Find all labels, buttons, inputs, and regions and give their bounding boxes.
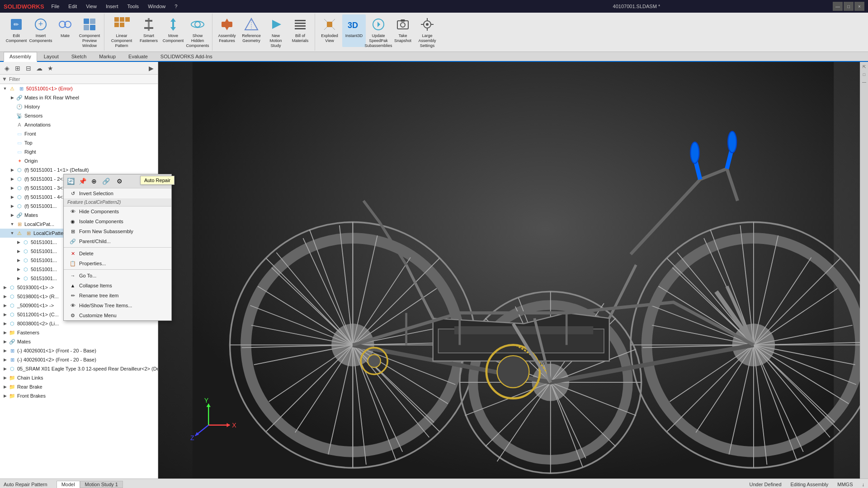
menu-insert[interactable]: Insert xyxy=(102,3,122,10)
ctx-hide-components[interactable]: 👁 Hide Components xyxy=(64,206,171,216)
new-motion-study-button[interactable]: New MotionStudy xyxy=(264,14,288,50)
close-button[interactable]: × xyxy=(854,2,864,11)
menu-window[interactable]: Window xyxy=(144,3,169,10)
menu-view[interactable]: View xyxy=(82,3,100,10)
ctx-tool-rotate[interactable]: 🔄 xyxy=(65,176,76,187)
tree-item-comp8[interactable]: ▶ ⬡ 05_SRAM X01 Eagle Type 3.0 12-speed … xyxy=(0,364,158,373)
menu-tools[interactable]: Tools xyxy=(123,3,142,10)
tree-collapse-button[interactable]: ▶ xyxy=(146,63,156,73)
expand-part2[interactable]: ▶ xyxy=(9,175,15,183)
menu-help[interactable]: ? xyxy=(171,3,181,10)
minimize-button[interactable]: — xyxy=(833,2,843,11)
smart-fasteners-button[interactable]: SmartFasteners xyxy=(137,14,160,47)
ctx-properties[interactable]: 📋 Properties... xyxy=(64,258,171,268)
move-component-button[interactable]: MoveComponent xyxy=(161,14,185,47)
update-speedpak-button[interactable]: UpdateSpeedPakSubassemblies xyxy=(367,14,390,50)
expand-comp6[interactable]: ▶ xyxy=(2,347,8,355)
status-tab-model[interactable]: Model xyxy=(57,481,80,488)
tree-item-mates-rx[interactable]: ▶ 🔗 Mates in RX Rear Wheel xyxy=(0,93,158,102)
tree-tool-4[interactable]: ☁ xyxy=(34,63,44,73)
expand-part3[interactable]: ▶ xyxy=(9,184,15,192)
reference-geometry-button[interactable]: ReferenceGeometry xyxy=(240,14,263,47)
menu-edit[interactable]: Edit xyxy=(65,3,80,10)
expand-mates2[interactable]: ▶ xyxy=(2,338,8,346)
tree-item-rear-brake[interactable]: ▶ 📁 Rear Brake xyxy=(0,382,158,391)
ctx-tool-pin[interactable]: 📌 xyxy=(77,176,88,187)
tree-tool-2[interactable]: ⊞ xyxy=(13,63,23,73)
component-preview-button[interactable]: ComponentPreviewWindow xyxy=(78,14,101,50)
tab-markup[interactable]: Markup xyxy=(93,52,122,61)
expand-sub4[interactable]: ▶ xyxy=(15,265,22,273)
expand-rear-brake[interactable]: ▶ xyxy=(2,383,8,391)
expand-mates[interactable]: ▶ xyxy=(9,211,15,219)
tab-sketch[interactable]: Sketch xyxy=(66,52,93,61)
assembly-features-button[interactable]: AssemblyFeatures xyxy=(215,14,239,47)
tree-item-history[interactable]: 🕐 History xyxy=(0,102,158,111)
ctx-isolate-components[interactable]: ◉ Isolate Components xyxy=(64,216,171,226)
tree-tool-5[interactable]: ★ xyxy=(45,63,55,73)
tree-item-chain-links[interactable]: ▶ 📁 Chain Links xyxy=(0,373,158,382)
expand-comp8[interactable]: ▶ xyxy=(2,365,8,373)
exploded-view-button[interactable]: ExplodedView xyxy=(318,14,341,47)
arrow-status[interactable]: ↓ xyxy=(862,482,865,487)
edit-component-button[interactable]: ✏ EditComponent xyxy=(5,14,28,47)
tree-item-comp6[interactable]: ▶ ⊞ (-) 40026001<1> (Front - 20 - Base) xyxy=(0,346,158,355)
expand-sub1[interactable]: ▶ xyxy=(15,238,22,246)
ctx-tool-extra[interactable]: ⚙ xyxy=(114,176,125,187)
expand-mates-rx[interactable]: ▶ xyxy=(9,94,15,102)
show-hidden-components-button[interactable]: ShowHiddenComponents xyxy=(186,14,209,50)
vp-restore-button[interactable]: □ xyxy=(861,71,868,78)
tree-item-sensors[interactable]: 📡 Sensors xyxy=(0,111,158,120)
tab-evaluate[interactable]: Evaluate xyxy=(123,52,154,61)
maximize-button[interactable]: □ xyxy=(844,2,854,11)
expand-sub2[interactable]: ▶ xyxy=(15,247,22,255)
expand-comp4[interactable]: ▶ xyxy=(2,310,8,319)
tab-assembly[interactable]: Assembly xyxy=(4,52,37,62)
expand-comp7[interactable]: ▶ xyxy=(2,356,8,364)
status-tab-motion-study[interactable]: Motion Study 1 xyxy=(80,481,123,488)
tree-item-root[interactable]: ▼ ⚠ ⊞ 50151001<1> (Error) xyxy=(0,84,158,93)
vp-hide-button[interactable]: — xyxy=(861,79,868,85)
tree-item-fasteners[interactable]: ▶ 📁 Fasteners xyxy=(0,328,158,337)
bill-of-materials-button[interactable]: Bill ofMaterials xyxy=(288,14,312,47)
vp-expand-button[interactable]: ⇱ xyxy=(861,64,868,70)
tree-item-origin[interactable]: ✦ Origin xyxy=(0,156,158,165)
ctx-parent-child[interactable]: 🔗 Parent/Child... xyxy=(64,236,171,246)
ctx-hide-show-tree[interactable]: 👁 Hide/Show Tree Items... xyxy=(64,300,171,310)
expand-comp1[interactable]: ▶ xyxy=(2,283,8,291)
ctx-delete[interactable]: ✕ Delete xyxy=(64,249,171,258)
tree-item-top[interactable]: ▭ Top xyxy=(0,138,158,147)
expand-part1[interactable]: ▶ xyxy=(9,166,15,174)
expand-comp5[interactable]: ▶ xyxy=(2,319,8,328)
tree-item-mates2[interactable]: ▶ 🔗 Mates xyxy=(0,337,158,346)
tree-tool-3[interactable]: ⊟ xyxy=(24,63,33,73)
tab-layout[interactable]: Layout xyxy=(38,52,65,61)
ctx-rename-tree-item[interactable]: ✏ Rename tree item xyxy=(64,291,171,300)
tree-item-comp7[interactable]: ▶ ⊞ (-) 40026001<2> (Front - 20 - Base) xyxy=(0,355,158,364)
tab-addins[interactable]: SOLIDWORKS Add-Ins xyxy=(155,52,218,61)
expand-sub5[interactable]: ▶ xyxy=(15,274,22,282)
expand-part4[interactable]: ▶ xyxy=(9,193,15,201)
tree-item-front-brakes[interactable]: ▶ 📁 Front Brakes xyxy=(0,391,158,400)
insert-components-button[interactable]: + InsertComponents xyxy=(29,14,52,47)
ctx-customize-menu[interactable]: ⚙ Customize Menu xyxy=(64,310,171,320)
viewport[interactable]: X Y Z ⇱ □ — xyxy=(158,62,868,479)
expand-fasteners[interactable]: ▶ xyxy=(2,328,8,337)
ctx-go-to[interactable]: → Go To... xyxy=(64,271,171,281)
ctx-form-new-subassembly[interactable]: ⊞ Form New Subassembly xyxy=(64,226,171,236)
expand-localcirpat2[interactable]: ▼ xyxy=(9,229,15,237)
menu-file[interactable]: File xyxy=(48,3,63,10)
ctx-tool-add[interactable]: ⊕ xyxy=(89,176,99,187)
expand-front-brakes[interactable]: ▶ xyxy=(2,392,8,400)
tree-item-front[interactable]: ▭ Front xyxy=(0,129,158,138)
tree-item-part1[interactable]: ▶ ⬡ (f) 50151001 - 1<1> (Default) xyxy=(0,165,158,174)
ctx-invert-selection[interactable]: ↺ Invert Selection xyxy=(64,188,171,198)
expand-part5[interactable]: ▶ xyxy=(9,202,15,210)
ctx-collapse-items[interactable]: ▲ Collapse Items xyxy=(64,281,171,291)
expand-root[interactable]: ▼ xyxy=(2,84,8,93)
large-assembly-settings-button[interactable]: LargeAssemblySettings xyxy=(415,14,439,50)
take-snapshot-button[interactable]: TakeSnapshot xyxy=(391,14,415,47)
tree-item-annotations[interactable]: A Annotations xyxy=(0,120,158,129)
ctx-tool-link[interactable]: 🔗 xyxy=(100,176,111,187)
expand-sub3[interactable]: ▶ xyxy=(15,256,22,264)
